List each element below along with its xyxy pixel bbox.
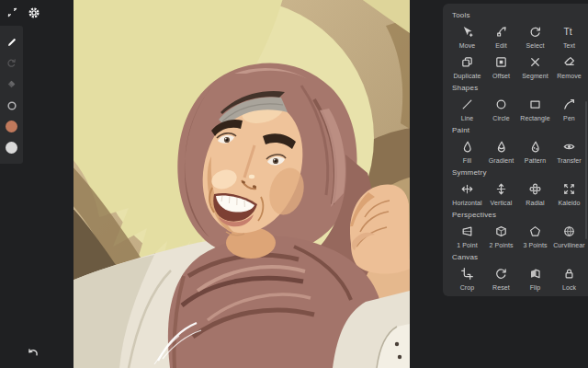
tool-label: Crop bbox=[460, 284, 475, 291]
circle-tool-button[interactable]: Circle bbox=[484, 94, 518, 124]
point2-icon bbox=[494, 224, 508, 238]
tool-label: Flip bbox=[530, 284, 541, 291]
tool-label: Segment bbox=[522, 73, 548, 79]
tool-panel: ToolsMoveEditSelectTtTextDuplicateOffset… bbox=[443, 4, 588, 296]
pen-tool-button[interactable]: Pen bbox=[552, 94, 586, 124]
settings-icon[interactable] bbox=[27, 6, 40, 19]
section-title-perspectives: Perspectives bbox=[452, 210, 586, 220]
tool-label: Select bbox=[526, 42, 544, 49]
tool-grid-shapes: LineCircleRectanglePen bbox=[450, 94, 586, 124]
kaleido-icon bbox=[562, 182, 576, 196]
3-points-tool-button[interactable]: 3 Points bbox=[518, 221, 552, 251]
select-tool-button[interactable]: Select bbox=[518, 21, 552, 52]
curvilinear-tool-button[interactable]: Curvilinear bbox=[552, 221, 586, 251]
tool-label: Reset bbox=[492, 284, 510, 291]
tool-label: Transfer bbox=[557, 157, 582, 164]
portrait-illustration bbox=[74, 0, 410, 368]
gradient-tool-button[interactable]: Gradient bbox=[484, 136, 518, 167]
remove-icon bbox=[562, 55, 576, 69]
crop-icon bbox=[460, 267, 474, 281]
tool-label: 3 Points bbox=[523, 242, 547, 248]
tool-label: Pen bbox=[563, 115, 575, 121]
line-icon bbox=[460, 98, 474, 111]
pen-tool[interactable] bbox=[4, 34, 19, 50]
duplicate-tool-button[interactable]: Duplicate bbox=[450, 52, 484, 82]
curvilinear-icon bbox=[562, 224, 576, 238]
tool-label: Circle bbox=[492, 115, 510, 121]
edit-tool-button[interactable]: Edit bbox=[484, 21, 518, 52]
redo-icon[interactable] bbox=[4, 55, 19, 71]
svg-text:Tt: Tt bbox=[563, 27, 571, 37]
radial-tool-button[interactable]: Radial bbox=[518, 178, 552, 209]
tool-label: Horizontal bbox=[452, 200, 482, 206]
tool-label: Kaleido bbox=[558, 200, 580, 206]
point3-icon bbox=[528, 224, 542, 238]
vertical-icon bbox=[494, 182, 508, 196]
pattern-tool-button[interactable]: Pattern bbox=[518, 136, 552, 167]
tool-label: Pattern bbox=[525, 157, 546, 164]
vertical-tool-button[interactable]: Vertical bbox=[484, 178, 518, 209]
tool-label: Duplicate bbox=[453, 73, 481, 79]
panel-scrollbar[interactable] bbox=[585, 101, 587, 239]
segment-tool-button[interactable]: Segment bbox=[518, 52, 552, 82]
transfer-icon bbox=[562, 140, 576, 154]
1-point-tool-button[interactable]: 1 Point bbox=[450, 221, 484, 251]
canvas-artwork[interactable] bbox=[74, 0, 410, 368]
undo-icon[interactable] bbox=[26, 346, 42, 361]
reset-tool-button[interactable]: Reset bbox=[484, 263, 518, 293]
lock-tool-button[interactable]: Lock bbox=[552, 263, 586, 293]
left-toolbar bbox=[0, 26, 23, 164]
remove-tool-button[interactable]: Remove bbox=[552, 52, 586, 82]
lock-icon bbox=[562, 267, 576, 281]
tool-grid-tools: MoveEditSelectTtTextDuplicateOffsetSegme… bbox=[450, 21, 586, 82]
select-icon bbox=[528, 25, 542, 39]
rectangle-tool-button[interactable]: Rectangle bbox=[518, 94, 552, 124]
fill-tool-button[interactable]: Fill bbox=[450, 136, 484, 167]
horizontal-tool-button[interactable]: Horizontal bbox=[450, 178, 484, 209]
tool-label: Radial bbox=[526, 200, 544, 206]
offset-tool-button[interactable]: Offset bbox=[484, 52, 518, 82]
fullscreen-icon[interactable] bbox=[6, 6, 19, 19]
horizontal-icon bbox=[460, 182, 474, 196]
text-tool-button[interactable]: TtText bbox=[552, 21, 586, 52]
tool-label: 1 Point bbox=[457, 242, 478, 248]
crop-tool-button[interactable]: Crop bbox=[450, 263, 484, 293]
line-tool-button[interactable]: Line bbox=[450, 94, 484, 124]
move-tool-button[interactable]: Move bbox=[450, 21, 484, 52]
tool-label: Remove bbox=[557, 73, 582, 79]
move-icon bbox=[460, 25, 474, 39]
tool-grid-canvas: CropResetFlipLock bbox=[450, 263, 586, 293]
duplicate-icon bbox=[460, 55, 474, 69]
reset-icon bbox=[494, 267, 508, 281]
top-toolbar bbox=[6, 6, 40, 19]
circle-icon bbox=[494, 98, 508, 111]
tool-label: Lock bbox=[562, 284, 576, 291]
edit-icon bbox=[494, 25, 508, 39]
section-title-paint: Paint bbox=[452, 125, 586, 135]
gradient-icon bbox=[494, 140, 508, 154]
flip-icon bbox=[528, 267, 542, 281]
pen-icon bbox=[562, 98, 576, 111]
segment-icon bbox=[528, 55, 542, 69]
tool-label: 2 Points bbox=[489, 242, 513, 248]
stroke-color-swatch[interactable] bbox=[4, 140, 19, 155]
kaleido-tool-button[interactable]: Kaleido bbox=[552, 178, 586, 209]
tool-label: Gradient bbox=[489, 157, 514, 164]
tool-grid-paint: FillGradientPatternTransfer bbox=[450, 136, 586, 167]
flip-tool-button[interactable]: Flip bbox=[518, 263, 552, 293]
transfer-tool-button[interactable]: Transfer bbox=[552, 136, 586, 167]
tool-label: Fill bbox=[463, 157, 471, 164]
section-title-canvas: Canvas bbox=[452, 252, 586, 262]
tool-label: Edit bbox=[495, 42, 506, 49]
2-points-tool-button[interactable]: 2 Points bbox=[484, 221, 518, 251]
section-title-symmetry: Symmetry bbox=[452, 167, 586, 178]
offset-icon bbox=[494, 55, 508, 69]
fill-color-swatch[interactable] bbox=[4, 119, 19, 134]
eraser-tool[interactable] bbox=[4, 76, 19, 92]
stroke-style-tool[interactable] bbox=[4, 98, 19, 113]
tool-label: Move bbox=[459, 42, 476, 49]
tool-grid-symmetry: HorizontalVerticalRadialKaleido bbox=[450, 178, 586, 209]
tool-label: Curvilinear bbox=[553, 242, 585, 248]
fill-icon bbox=[460, 140, 474, 154]
tool-label: Text bbox=[563, 42, 575, 49]
